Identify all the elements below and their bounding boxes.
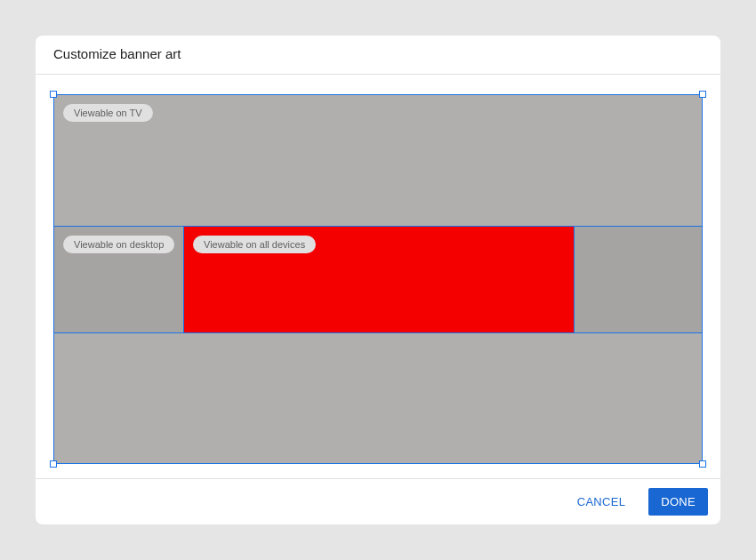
dialog-title: Customize banner art: [53, 46, 703, 61]
crop-handle-top-right[interactable]: [699, 91, 706, 98]
zone-all-label: Viewable on all devices: [193, 236, 316, 253]
done-button[interactable]: DONE: [648, 488, 708, 516]
dialog-footer: CANCEL DONE: [36, 478, 720, 524]
zone-tv-label: Viewable on TV: [63, 104, 153, 122]
zone-all-devices: Viewable on all devices: [183, 226, 575, 333]
crop-handle-bottom-right[interactable]: [699, 460, 706, 468]
zone-desktop-label: Viewable on desktop: [63, 236, 174, 253]
dialog-header: Customize banner art: [36, 36, 720, 75]
dialog-body: Viewable on TV Viewable on desktop Viewa…: [36, 75, 720, 478]
crop-handle-top-left[interactable]: [50, 91, 57, 98]
crop-handle-bottom-left[interactable]: [50, 460, 57, 468]
customize-banner-dialog: Customize banner art Viewable on TV View…: [36, 36, 720, 524]
crop-frame[interactable]: Viewable on TV Viewable on desktop Viewa…: [53, 94, 703, 464]
cancel-button[interactable]: CANCEL: [565, 488, 639, 516]
